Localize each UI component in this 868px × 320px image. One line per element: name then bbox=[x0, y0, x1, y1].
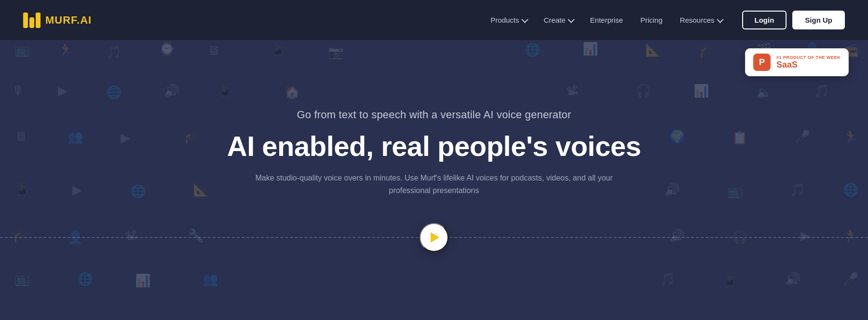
bg-icon: 🎵 bbox=[814, 84, 829, 97]
nav-resources[interactable]: Resources bbox=[673, 12, 729, 28]
logo[interactable]: MURF.AI bbox=[23, 13, 92, 28]
bg-icon: 🔊 bbox=[164, 84, 179, 97]
bg-icon: 🔊 bbox=[785, 273, 800, 285]
nav-products[interactable]: Products bbox=[484, 12, 533, 28]
logo-murf: MURF bbox=[45, 14, 77, 26]
ph-title: SaaS bbox=[776, 60, 841, 70]
bg-icon: 🌍 bbox=[669, 130, 685, 143]
bg-icon: 🎵 bbox=[790, 183, 805, 196]
logo-bar-3 bbox=[36, 13, 41, 28]
bg-icon: 🏃 bbox=[843, 130, 858, 143]
bg-icon: ▶ bbox=[121, 131, 130, 144]
bg-icon: 🌐 bbox=[843, 183, 858, 196]
bg-icon: ▶ bbox=[72, 183, 82, 196]
product-hunt-badge[interactable]: P #1 PRODUCT OF THE WEEK SaaS bbox=[745, 48, 849, 76]
bg-icon: 🔈 bbox=[756, 86, 772, 98]
bg-icon: 🎤 bbox=[843, 273, 858, 285]
bg-icon: 📱 bbox=[217, 84, 232, 97]
login-button[interactable]: Login bbox=[742, 11, 787, 29]
nav-create[interactable]: Create bbox=[537, 12, 580, 28]
bg-icon: ⌚ bbox=[159, 42, 175, 55]
nav-pricing[interactable]: Pricing bbox=[634, 12, 669, 28]
hero-content: Go from text to speech with a versatile … bbox=[217, 109, 651, 197]
bg-icon: 🎵 bbox=[106, 46, 122, 58]
bg-icon: 📊 bbox=[693, 84, 709, 97]
bg-icon: 🖥 bbox=[207, 44, 220, 57]
bg-icon: 📺 bbox=[727, 185, 743, 197]
bg-icon: 👥 bbox=[68, 130, 83, 143]
bg-icon: 🎓 bbox=[183, 130, 199, 143]
bg-icon: 📊 bbox=[583, 42, 598, 55]
bg-icon: 📱 bbox=[270, 43, 285, 56]
chevron-down-icon bbox=[568, 16, 574, 23]
hero-description: Make studio-quality voice overs in minut… bbox=[246, 172, 622, 196]
hero-title: AI enabled, real people's voices bbox=[227, 131, 641, 162]
signup-button[interactable]: Sign Up bbox=[792, 11, 845, 29]
bg-icon: 🎓 bbox=[698, 44, 714, 57]
bg-icon: 🔊 bbox=[665, 183, 680, 196]
bg-icon: 📐 bbox=[193, 183, 208, 196]
bg-icon: ▶ bbox=[58, 84, 68, 97]
chevron-down-icon bbox=[521, 16, 528, 23]
chevron-down-icon bbox=[717, 16, 723, 23]
bg-icon: 📽 bbox=[566, 84, 579, 97]
bg-icon: 📱 bbox=[722, 274, 738, 287]
bg-icon: 🎧 bbox=[636, 84, 651, 97]
nav-auth: Login Sign Up bbox=[742, 11, 845, 29]
bg-icon: 🏃 bbox=[58, 43, 73, 56]
bg-icon: 🌐 bbox=[130, 185, 146, 197]
product-hunt-logo: P bbox=[753, 54, 771, 71]
navbar: MURF.AI Products Create Enterprise Prici… bbox=[0, 0, 868, 41]
logo-icon bbox=[23, 13, 41, 28]
divider-area bbox=[0, 223, 868, 252]
bg-icon: 🌐 bbox=[106, 86, 122, 98]
logo-text: MURF.AI bbox=[45, 14, 92, 27]
bg-icon: 🎵 bbox=[660, 273, 675, 285]
logo-bar-2 bbox=[29, 17, 34, 28]
bg-icon: 🌐 bbox=[77, 273, 93, 285]
bg-icon: 📐 bbox=[645, 43, 661, 56]
bg-icon: 📊 bbox=[135, 274, 150, 287]
bg-icon: 🎤 bbox=[795, 130, 810, 143]
play-button[interactable] bbox=[420, 223, 448, 252]
bg-icon: 👥 bbox=[203, 273, 218, 285]
logo-bar-1 bbox=[23, 13, 28, 28]
bg-icon: 🎙 bbox=[12, 84, 25, 97]
nav-enterprise[interactable]: Enterprise bbox=[583, 12, 630, 28]
logo-ai: .AI bbox=[77, 14, 92, 26]
nav-links: Products Create Enterprise Pricing Resou… bbox=[484, 11, 845, 29]
hero-subtitle: Go from text to speech with a versatile … bbox=[227, 109, 641, 121]
bg-icon: 🖥 bbox=[14, 130, 27, 143]
bg-icon: 🏠 bbox=[285, 86, 300, 98]
bg-icon: 📷 bbox=[328, 46, 343, 58]
ph-text-block: #1 PRODUCT OF THE WEEK SaaS bbox=[776, 55, 841, 70]
ph-label: #1 PRODUCT OF THE WEEK bbox=[776, 55, 841, 60]
bg-icon: 🌐 bbox=[525, 43, 540, 56]
play-icon bbox=[431, 232, 439, 243]
hero-section: 📺 🏃 🎵 ⌚ 🖥 📱 📷 🌐 📊 📐 🎓 🎬 👤 📻 🎙 ▶ 🌐 🔊 📱 🏠 … bbox=[0, 0, 868, 320]
bg-icon: 📱 bbox=[14, 183, 30, 196]
bg-icon: 📺 bbox=[14, 273, 30, 285]
bg-icon: 📋 bbox=[732, 131, 747, 144]
bg-icon: 📺 bbox=[14, 43, 30, 56]
